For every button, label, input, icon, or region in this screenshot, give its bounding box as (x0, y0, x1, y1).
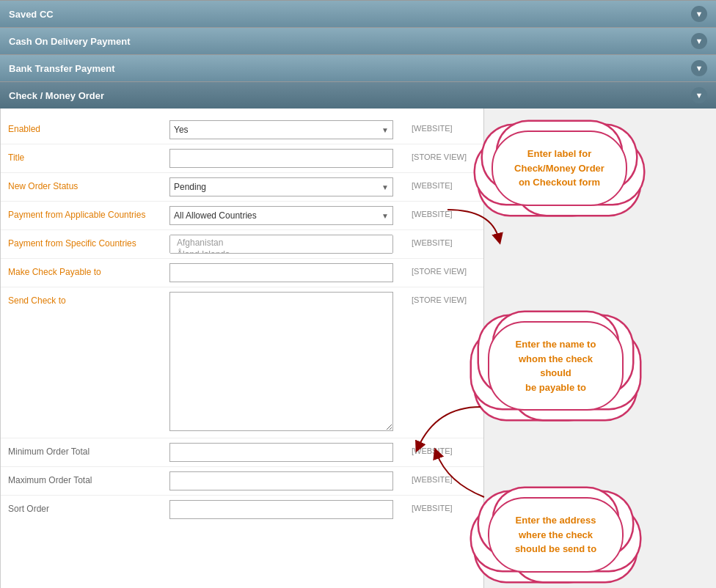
min-order-control (169, 443, 404, 462)
bank-transfer-toggle[interactable]: ▼ (691, 60, 707, 76)
callout-third: Enter the address where the check should… (488, 497, 624, 573)
order-status-row: New Order Status Pending Processing Comp… (1, 173, 483, 201)
callouts-panel: Enter label for Check/Money Order on Che… (484, 109, 716, 588)
check-money-label: Check / Money Order (9, 90, 104, 101)
sort-order-label: Sort Order (8, 500, 169, 514)
callout-third-arrow (425, 446, 499, 504)
check-money-toggle[interactable]: ▼ (691, 87, 707, 103)
order-status-control: Pending Processing Complete (169, 177, 404, 196)
specific-countries-label: Payment from Specific Countries (8, 235, 169, 249)
applicable-countries-select-wrapper: All Allowed Countries Specific Countries (169, 206, 393, 225)
bank-transfer-section-header[interactable]: Bank Transfer Payment ▼ (0, 54, 716, 81)
saved-cc-toggle[interactable]: ▼ (691, 6, 707, 22)
callout-second-container: Enter the name to whom the check should … (488, 321, 624, 411)
enabled-label: Enabled (8, 120, 169, 134)
form-container: Enabled Yes No [WEBSITE] Title (0, 109, 716, 588)
send-check-label: Send Check to (8, 292, 169, 306)
saved-cc-label: Saved CC (9, 9, 54, 20)
specific-countries-select[interactable]: Afghanistan Åland Islands Albania Algeri… (169, 235, 393, 254)
applicable-countries-control: All Allowed Countries Specific Countries (169, 206, 404, 225)
title-label: Title (8, 149, 169, 163)
title-row: Title Check / Money order [STORE VIEW] (1, 144, 483, 172)
order-status-label: New Order Status (8, 177, 169, 191)
cash-delivery-section-header[interactable]: Cash On Delivery Payment ▼ (0, 27, 716, 54)
sort-order-row: Sort Order [WEBSITE] (1, 496, 483, 523)
enabled-control: Yes No (169, 120, 404, 139)
callout-first: Enter label for Check/Money Order on Che… (492, 131, 627, 206)
specific-countries-control: Afghanistan Åland Islands Albania Algeri… (169, 235, 404, 254)
max-order-label: Maximum Order Total (8, 471, 169, 485)
enabled-select[interactable]: Yes No (169, 120, 393, 139)
callout-third-container: Enter the address where the check should… (488, 497, 624, 573)
max-order-input[interactable] (169, 471, 393, 490)
order-status-select[interactable]: Pending Processing Complete (169, 177, 393, 196)
title-input[interactable]: Check / Money order (169, 149, 393, 168)
min-order-input[interactable] (169, 443, 393, 462)
title-control: Check / Money order (169, 149, 404, 168)
bank-transfer-label: Bank Transfer Payment (9, 63, 115, 74)
check-money-form: Enabled Yes No [WEBSITE] Title (0, 109, 484, 588)
saved-cc-section-header[interactable]: Saved CC ▼ (0, 0, 716, 27)
send-check-scope: [STORE VIEW] (404, 292, 467, 304)
make-check-payable-row: Make Check Payable to [STORE VIEW] (1, 259, 483, 287)
callout-first-arrow (433, 202, 506, 246)
cash-delivery-label: Cash On Delivery Payment (9, 36, 130, 47)
make-check-payable-scope: [STORE VIEW] (404, 263, 467, 276)
check-money-section-header[interactable]: Check / Money Order ▼ (0, 81, 716, 109)
title-scope: [STORE VIEW] (404, 149, 467, 161)
sort-order-control (169, 500, 404, 519)
send-check-textarea[interactable] (169, 292, 393, 431)
enabled-row: Enabled Yes No [WEBSITE] (1, 116, 483, 144)
applicable-countries-label: Payment from Applicable Countries (8, 206, 169, 220)
sort-order-input[interactable] (169, 500, 393, 519)
order-status-select-wrapper: Pending Processing Complete (169, 177, 393, 196)
applicable-countries-row: Payment from Applicable Countries All Al… (1, 202, 483, 229)
enabled-scope: [WEBSITE] (404, 120, 453, 133)
make-check-payable-input[interactable] (169, 263, 393, 282)
callout-first-container: Enter label for Check/Money Order on Che… (492, 131, 627, 206)
order-status-scope: [WEBSITE] (404, 177, 453, 190)
callout-second: Enter the name to whom the check should … (488, 321, 624, 411)
make-check-payable-label: Make Check Payable to (8, 263, 169, 277)
enabled-select-wrapper: Yes No (169, 120, 393, 139)
make-check-payable-control (169, 263, 404, 282)
send-check-control (169, 292, 404, 433)
min-order-label: Minimum Order Total (8, 443, 169, 457)
cash-delivery-toggle[interactable]: ▼ (691, 33, 707, 49)
max-order-row: Maximum Order Total [WEBSITE] (1, 467, 483, 495)
specific-countries-row: Payment from Specific Countries Afghanis… (1, 230, 483, 258)
max-order-control (169, 471, 404, 490)
applicable-countries-select[interactable]: All Allowed Countries Specific Countries (169, 206, 393, 225)
page-wrapper: Saved CC ▼ Cash On Delivery Payment ▼ Ba… (0, 0, 716, 588)
